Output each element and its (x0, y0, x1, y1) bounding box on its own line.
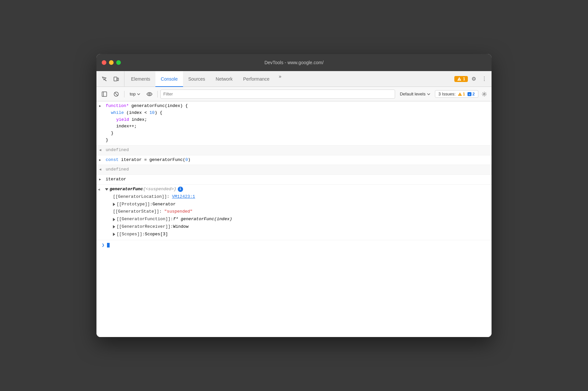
svg-point-8 (149, 93, 150, 95)
generator-scopes-row: [[Scopes]]: Scopes[3] (105, 231, 489, 238)
console-entry-1: ▶ function* generatorFunc(index) { while… (96, 101, 492, 145)
result-arrow-2: ◀ (96, 166, 104, 173)
generator-receiver-row: [[GeneratorReceiver]]: Window (105, 223, 489, 230)
tab-sources[interactable]: Sources (183, 71, 210, 87)
issues-warning: ! 1 (458, 91, 465, 96)
info-badge[interactable]: i (178, 187, 183, 192)
console-generator-entry: ◀ generatorFunc {<suspended>} i [[Genera… (96, 185, 492, 240)
result-arrow-1: ◀ (96, 147, 104, 153)
expand-arrow-1[interactable]: ▶ (96, 103, 104, 109)
issues-label: 3 Issues: (439, 91, 456, 96)
expand-arrow-3[interactable]: ▶ (96, 176, 104, 182)
traffic-lights (102, 60, 121, 65)
expand-arrow-2[interactable]: ▶ (96, 157, 104, 163)
context-selector[interactable]: top (127, 90, 143, 98)
live-expressions-button[interactable] (144, 89, 155, 99)
iterator-label: iterator (106, 177, 126, 182)
generator-state-row: [[GeneratorState]]: "suspended" (105, 208, 489, 215)
prompt-arrow: ❯ (102, 242, 104, 249)
expand-prototype[interactable] (113, 203, 115, 206)
console-prompt[interactable]: ❯ (96, 240, 492, 250)
generator-state-value: "suspended" (164, 209, 193, 214)
generator-location-row: [[GeneratorLocation]]: VM12423:1 (105, 194, 489, 200)
inspect-element-button[interactable] (99, 74, 110, 84)
console-result-1: ◀ undefined (96, 145, 492, 155)
warning-count: 1 (463, 77, 465, 81)
console-result-2: ◀ undefined (96, 165, 492, 175)
separator-2 (157, 91, 158, 97)
prompt-cursor (107, 243, 110, 248)
clear-console-button[interactable] (111, 89, 121, 99)
tab-performance[interactable]: Performance (238, 71, 275, 87)
svg-text:≡: ≡ (468, 93, 470, 96)
maximize-button[interactable] (116, 60, 121, 65)
tab-items: Elements Console Sources Network Perform… (126, 71, 454, 87)
result-arrow-3: ◀ (96, 186, 104, 193)
filter-input[interactable] (160, 90, 395, 99)
issues-info: ≡ 2 (467, 91, 475, 96)
separator-1 (124, 91, 124, 97)
minimize-button[interactable] (109, 60, 114, 65)
console-entry-3: ▶ iterator (96, 175, 492, 185)
generator-receiver-value: Window (173, 223, 189, 230)
console-toolbar: top Default levels 3 Issues: (96, 87, 492, 101)
svg-text:!: ! (459, 78, 460, 81)
generator-function-value: f* generatorFunc(index) (173, 216, 232, 223)
result-undefined-2: undefined (106, 167, 129, 172)
log-levels-button[interactable]: Default levels (396, 90, 433, 98)
vm-location-link[interactable]: VM12423:1 (172, 194, 195, 199)
svg-line-0 (105, 79, 106, 81)
generator-scopes-value: Scopes[3] (145, 231, 168, 238)
more-options-button[interactable]: ⋮ (480, 74, 489, 84)
svg-text:!: ! (459, 93, 460, 96)
generator-function-row: [[GeneratorFunction]]: f* generatorFunc(… (105, 216, 489, 223)
code-block-1: function* generatorFunc(index) { while (… (104, 103, 489, 144)
top-label: top (130, 91, 136, 96)
expand-function[interactable] (113, 218, 115, 221)
expand-scopes[interactable] (113, 233, 115, 236)
generator-func-name: generatorFunc (110, 186, 143, 193)
collapse-generator[interactable] (105, 188, 108, 191)
svg-rect-2 (117, 78, 119, 81)
tab-bar: Elements Console Sources Network Perform… (96, 71, 492, 87)
devtools-window: DevTools - www.google.com/ Elements (96, 54, 492, 337)
tab-bar-right: ! 1 ⚙ ⋮ (454, 71, 489, 87)
tab-elements[interactable]: Elements (126, 71, 155, 87)
settings-button[interactable]: ⚙ (469, 74, 478, 84)
svg-rect-1 (114, 77, 117, 81)
issues-counter[interactable]: 3 Issues: ! 1 ≡ 2 (435, 90, 479, 98)
title-bar: DevTools - www.google.com/ (96, 54, 492, 71)
result-undefined-1: undefined (106, 147, 129, 152)
close-button[interactable] (102, 60, 106, 65)
prototype-value: Generator (152, 201, 175, 208)
console-sidebar-toggle[interactable] (99, 89, 110, 99)
tab-console[interactable]: Console (155, 71, 183, 87)
warning-badge[interactable]: ! 1 (454, 76, 468, 82)
svg-line-7 (115, 92, 118, 96)
svg-rect-4 (102, 92, 107, 96)
device-toolbar-button[interactable] (111, 74, 121, 84)
console-settings-button[interactable] (480, 90, 489, 99)
generator-prototype-row: [[Prototype]]: Generator (105, 201, 489, 208)
svg-point-13 (484, 93, 485, 95)
console-entry-2: ▶ const iterator = generatorFunc(0) (96, 155, 492, 165)
tab-bar-tools (99, 71, 124, 87)
window-title: DevTools - www.google.com/ (264, 60, 324, 65)
tab-network[interactable]: Network (210, 71, 238, 87)
expand-receiver[interactable] (113, 225, 115, 228)
more-tabs-button[interactable]: » (275, 71, 285, 82)
console-content[interactable]: ▶ function* generatorFunc(index) { while… (96, 101, 492, 337)
